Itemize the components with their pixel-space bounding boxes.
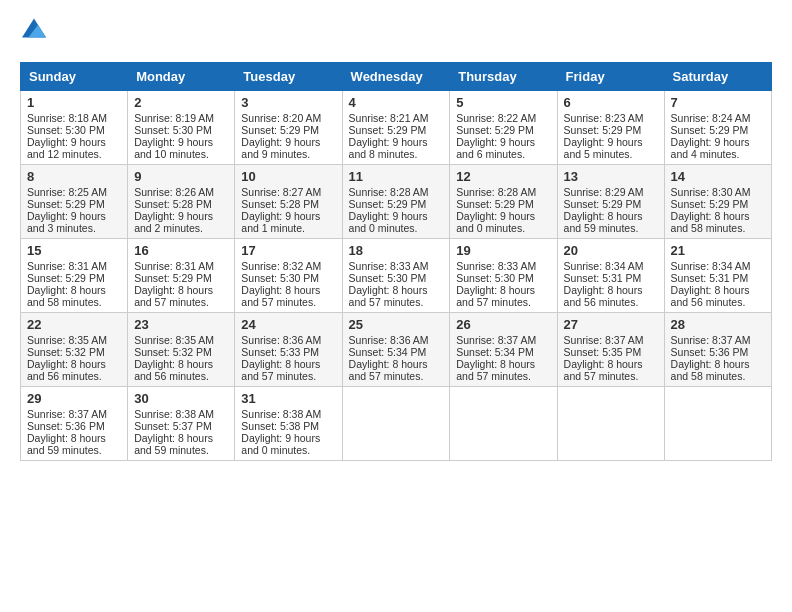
calendar-cell bbox=[450, 386, 557, 460]
calendar-cell: 21Sunrise: 8:34 AMSunset: 5:31 PMDayligh… bbox=[664, 238, 771, 312]
calendar-cell: 29Sunrise: 8:37 AMSunset: 5:36 PMDayligh… bbox=[21, 386, 128, 460]
calendar-cell: 8Sunrise: 8:25 AMSunset: 5:29 PMDaylight… bbox=[21, 164, 128, 238]
calendar-cell bbox=[664, 386, 771, 460]
calendar-cell: 15Sunrise: 8:31 AMSunset: 5:29 PMDayligh… bbox=[21, 238, 128, 312]
calendar-cell: 5Sunrise: 8:22 AMSunset: 5:29 PMDaylight… bbox=[450, 90, 557, 164]
calendar-cell: 25Sunrise: 8:36 AMSunset: 5:34 PMDayligh… bbox=[342, 312, 450, 386]
calendar-cell: 20Sunrise: 8:34 AMSunset: 5:31 PMDayligh… bbox=[557, 238, 664, 312]
calendar-cell: 14Sunrise: 8:30 AMSunset: 5:29 PMDayligh… bbox=[664, 164, 771, 238]
calendar-cell: 9Sunrise: 8:26 AMSunset: 5:28 PMDaylight… bbox=[128, 164, 235, 238]
calendar-cell: 13Sunrise: 8:29 AMSunset: 5:29 PMDayligh… bbox=[557, 164, 664, 238]
calendar-cell: 4Sunrise: 8:21 AMSunset: 5:29 PMDaylight… bbox=[342, 90, 450, 164]
calendar-cell: 7Sunrise: 8:24 AMSunset: 5:29 PMDaylight… bbox=[664, 90, 771, 164]
calendar-cell: 12Sunrise: 8:28 AMSunset: 5:29 PMDayligh… bbox=[450, 164, 557, 238]
calendar-cell bbox=[557, 386, 664, 460]
calendar: SundayMondayTuesdayWednesdayThursdayFrid… bbox=[20, 62, 772, 461]
calendar-cell: 16Sunrise: 8:31 AMSunset: 5:29 PMDayligh… bbox=[128, 238, 235, 312]
weekday-header-monday: Monday bbox=[128, 62, 235, 90]
weekday-header-wednesday: Wednesday bbox=[342, 62, 450, 90]
weekday-header-tuesday: Tuesday bbox=[235, 62, 342, 90]
calendar-cell: 30Sunrise: 8:38 AMSunset: 5:37 PMDayligh… bbox=[128, 386, 235, 460]
calendar-cell: 18Sunrise: 8:33 AMSunset: 5:30 PMDayligh… bbox=[342, 238, 450, 312]
calendar-cell: 17Sunrise: 8:32 AMSunset: 5:30 PMDayligh… bbox=[235, 238, 342, 312]
calendar-cell: 2Sunrise: 8:19 AMSunset: 5:30 PMDaylight… bbox=[128, 90, 235, 164]
calendar-cell: 1Sunrise: 8:18 AMSunset: 5:30 PMDaylight… bbox=[21, 90, 128, 164]
calendar-cell: 19Sunrise: 8:33 AMSunset: 5:30 PMDayligh… bbox=[450, 238, 557, 312]
calendar-cell: 22Sunrise: 8:35 AMSunset: 5:32 PMDayligh… bbox=[21, 312, 128, 386]
calendar-cell: 28Sunrise: 8:37 AMSunset: 5:36 PMDayligh… bbox=[664, 312, 771, 386]
calendar-cell: 23Sunrise: 8:35 AMSunset: 5:32 PMDayligh… bbox=[128, 312, 235, 386]
calendar-cell: 10Sunrise: 8:27 AMSunset: 5:28 PMDayligh… bbox=[235, 164, 342, 238]
weekday-header-saturday: Saturday bbox=[664, 62, 771, 90]
calendar-cell: 27Sunrise: 8:37 AMSunset: 5:35 PMDayligh… bbox=[557, 312, 664, 386]
calendar-cell: 6Sunrise: 8:23 AMSunset: 5:29 PMDaylight… bbox=[557, 90, 664, 164]
page-header bbox=[20, 20, 772, 46]
weekday-header-sunday: Sunday bbox=[21, 62, 128, 90]
calendar-cell: 24Sunrise: 8:36 AMSunset: 5:33 PMDayligh… bbox=[235, 312, 342, 386]
logo bbox=[20, 20, 46, 46]
weekday-header-friday: Friday bbox=[557, 62, 664, 90]
calendar-cell bbox=[342, 386, 450, 460]
calendar-cell: 31Sunrise: 8:38 AMSunset: 5:38 PMDayligh… bbox=[235, 386, 342, 460]
calendar-cell: 11Sunrise: 8:28 AMSunset: 5:29 PMDayligh… bbox=[342, 164, 450, 238]
calendar-cell: 26Sunrise: 8:37 AMSunset: 5:34 PMDayligh… bbox=[450, 312, 557, 386]
calendar-cell: 3Sunrise: 8:20 AMSunset: 5:29 PMDaylight… bbox=[235, 90, 342, 164]
weekday-header-thursday: Thursday bbox=[450, 62, 557, 90]
